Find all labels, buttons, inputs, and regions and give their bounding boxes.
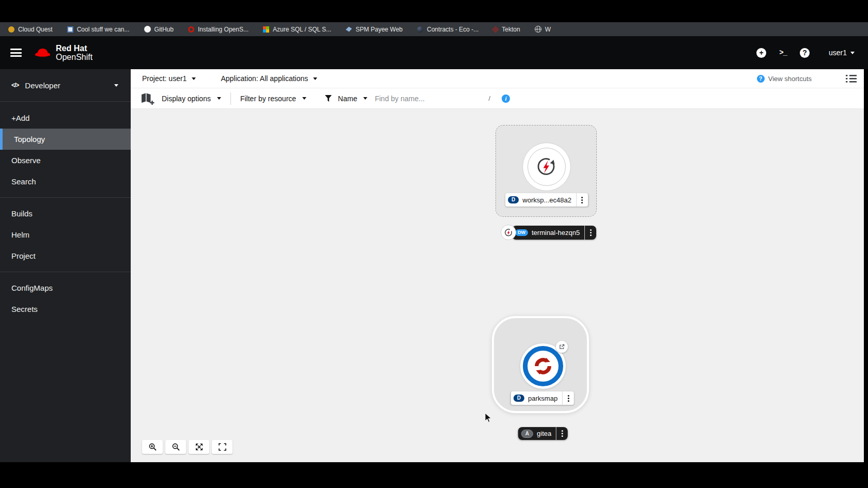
topology-canvas[interactable]: D worksp...ec48a2 DW terminal-hezqn5 xyxy=(131,109,864,462)
terminal-node[interactable]: DW terminal-hezqn5 xyxy=(501,225,596,240)
screen-right-letterbox xyxy=(864,69,868,462)
zoom-out-icon xyxy=(172,443,180,451)
bookmark-installing-openshift[interactable]: Installing OpenS... xyxy=(188,26,249,33)
zoom-out-button[interactable] xyxy=(165,440,186,454)
kebab-menu-icon[interactable] xyxy=(556,427,568,440)
kebab-menu-icon[interactable] xyxy=(563,391,574,405)
chevron-down-icon xyxy=(217,97,221,100)
canvas-controls xyxy=(142,440,233,454)
workspace-node-label[interactable]: D worksp...ec48a2 xyxy=(505,193,588,207)
fullscreen-button[interactable] xyxy=(212,440,233,454)
fullscreen-brackets-icon xyxy=(219,443,226,451)
bookmark-tekton[interactable]: Tekton xyxy=(493,26,520,33)
username: user1 xyxy=(829,49,847,57)
gitea-node-label[interactable]: A gitea xyxy=(518,427,568,440)
sidebar-item-builds[interactable]: Builds xyxy=(0,203,131,224)
browser-bookmarks-bar: Cloud Quest Cool stuff we can... GitHub … xyxy=(0,22,868,36)
deployment-badge: D xyxy=(508,196,519,203)
chevron-down-icon xyxy=(192,77,196,80)
sidebar-item-add[interactable]: +Add xyxy=(0,107,131,129)
filter-by-resource-dropdown[interactable]: Filter by resource xyxy=(240,95,306,103)
find-by-name-input[interactable] xyxy=(375,95,483,103)
web-terminal-icon[interactable]: >_ xyxy=(779,49,787,57)
fit-to-screen-button[interactable] xyxy=(189,440,209,454)
bookmark-label: W xyxy=(545,26,551,33)
microsoft-grid-icon xyxy=(263,26,269,33)
openshift-ring-icon xyxy=(188,26,194,33)
quick-create-plus-icon[interactable]: + xyxy=(756,48,766,58)
chevron-down-icon xyxy=(114,84,118,87)
project-dropdown[interactable]: Project: user1 xyxy=(142,74,196,83)
developer-code-icon: </> xyxy=(11,82,19,89)
info-icon[interactable]: i xyxy=(502,95,510,103)
question-circle-icon: ? xyxy=(757,75,765,83)
wing-icon xyxy=(346,27,352,32)
sidebar-item-topology[interactable]: Topology xyxy=(0,129,131,150)
workspace-node[interactable] xyxy=(522,143,571,191)
display-options-dropdown[interactable]: Display options xyxy=(162,95,221,103)
topology-view-icon xyxy=(141,92,155,105)
bookmark-cool-stuff[interactable]: Cool stuff we can... xyxy=(67,26,130,33)
bookmark-label: Contracts - Eco -... xyxy=(427,26,478,33)
bookmark-github[interactable]: GitHub xyxy=(144,26,174,33)
sidebar-item-observe[interactable]: Observe xyxy=(0,150,131,171)
brand-line-1: Red Hat xyxy=(56,44,92,53)
external-link-decorator[interactable] xyxy=(556,341,568,353)
nav-divider xyxy=(0,197,131,198)
name-filter-dropdown[interactable]: Name xyxy=(325,95,367,103)
bookmark-label: Installing OpenS... xyxy=(198,26,249,33)
node-label-text: parksmap xyxy=(528,395,557,402)
sidebar-item-helm[interactable]: Helm xyxy=(0,224,131,245)
devworkspace-decorator-icon xyxy=(501,225,516,240)
application-dropdown[interactable]: Application: All applications xyxy=(221,74,317,83)
user-menu[interactable]: user1 xyxy=(829,49,855,57)
kebab-menu-icon[interactable] xyxy=(585,226,596,240)
view-shortcuts-link[interactable]: ? View shortcuts xyxy=(757,75,812,83)
chevron-down-icon xyxy=(302,97,306,100)
screen-top-letterbox xyxy=(0,0,868,22)
screen-bottom-letterbox xyxy=(0,462,868,488)
bookmark-label: Tekton xyxy=(502,26,520,33)
redhat-openshift-logo[interactable]: Red Hat OpenShift xyxy=(34,44,92,62)
bookmark-label: GitHub xyxy=(154,26,174,33)
sidebar-item-secrets[interactable]: Secrets xyxy=(0,298,131,320)
deployment-badge: D xyxy=(514,395,524,402)
build-bolt-icon xyxy=(536,156,557,177)
bookmark-azure-sql[interactable]: Azure SQL / SQL S... xyxy=(263,26,331,33)
perspective-switcher[interactable]: </> Developer xyxy=(0,69,131,101)
menu-toggle-icon[interactable] xyxy=(10,49,22,57)
parksmap-node[interactable] xyxy=(523,346,563,386)
sidebar-nav: </> Developer +Add Topology Observe Sear… xyxy=(0,69,131,462)
globe-icon xyxy=(535,26,541,33)
external-link-icon xyxy=(559,344,565,350)
cloud-quest-icon xyxy=(8,26,14,33)
devworkspace-badge: DW xyxy=(515,229,528,236)
node-label-text: terminal-hezqn5 xyxy=(532,229,580,237)
openshift-refresh-icon xyxy=(533,356,553,376)
main-content: Project: user1 Application: All applicat… xyxy=(131,69,864,462)
parksmap-node-label[interactable]: D parksmap xyxy=(511,391,574,405)
zoom-in-button[interactable] xyxy=(142,440,163,454)
brand-line-2: OpenShift xyxy=(56,53,92,61)
bookmark-label: Cloud Quest xyxy=(18,26,53,33)
node-label-text: gitea xyxy=(537,430,551,437)
filter-funnel-icon xyxy=(325,95,332,102)
context-bar: Project: user1 Application: All applicat… xyxy=(131,69,864,88)
kebab-menu-icon[interactable] xyxy=(577,193,588,207)
bookmark-spm-payee[interactable]: SPM Payee Web xyxy=(346,26,402,33)
github-icon xyxy=(144,26,151,33)
nav-divider xyxy=(0,272,131,272)
sidebar-item-search[interactable]: Search xyxy=(0,171,131,192)
bookmark-cloud-quest[interactable]: Cloud Quest xyxy=(8,26,53,33)
bookmark-contracts[interactable]: Contracts - Eco -... xyxy=(417,26,478,33)
slash-shortcut-hint: / xyxy=(488,95,490,102)
sidebar-item-configmaps[interactable]: ConfigMaps xyxy=(0,277,131,298)
topology-toolbar: Display options Filter by resource Name … xyxy=(131,88,864,109)
sidebar-item-project[interactable]: Project xyxy=(0,245,131,266)
help-icon[interactable]: ? xyxy=(800,48,810,58)
terminal-node-label[interactable]: DW terminal-hezqn5 xyxy=(512,226,596,240)
bookmark-w[interactable]: W xyxy=(535,26,551,33)
list-view-toggle-icon[interactable] xyxy=(846,74,857,83)
mouse-cursor xyxy=(484,413,492,423)
bookmark-label: SPM Payee Web xyxy=(355,26,402,33)
